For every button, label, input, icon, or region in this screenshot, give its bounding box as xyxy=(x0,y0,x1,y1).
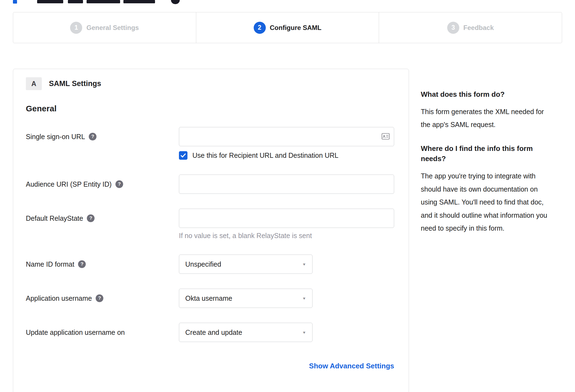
field-label-cell: Name ID format ? xyxy=(26,255,179,274)
group-title: General xyxy=(26,104,394,113)
field-label-cell: Update application username on xyxy=(26,323,179,342)
input-wrap xyxy=(179,127,394,146)
step-number-badge: 1 xyxy=(70,22,82,34)
caret-down-icon: ▼ xyxy=(302,296,306,300)
page: 1 General Settings 2 Configure SAML 3 Fe… xyxy=(0,0,575,392)
field-label: Single sign-on URL xyxy=(26,133,85,141)
step-number-badge: 3 xyxy=(447,22,459,34)
field-audience-uri: Audience URI (SP Entity ID) ? xyxy=(26,175,394,194)
check-icon xyxy=(181,153,186,158)
wizard-stepper: 1 General Settings 2 Configure SAML 3 Fe… xyxy=(13,12,562,43)
show-advanced-settings-link[interactable]: Show Advanced Settings xyxy=(309,362,394,370)
sidebar-heading: What does this form do? xyxy=(421,89,553,100)
single-sign-on-url-input[interactable] xyxy=(179,127,394,146)
contact-card-icon[interactable] xyxy=(382,133,390,140)
field-label-cell: Application username ? xyxy=(26,289,179,308)
content-area: A SAML Settings General Single sign-on U… xyxy=(13,69,562,392)
clipped-title-fragment xyxy=(68,0,83,3)
sidebar-paragraph: The app you're trying to integrate with … xyxy=(421,170,553,235)
name-id-format-select[interactable]: Unspecified ▼ xyxy=(179,255,313,274)
step-feedback[interactable]: 3 Feedback xyxy=(379,12,562,43)
audience-uri-input[interactable] xyxy=(179,175,394,194)
caret-down-icon: ▼ xyxy=(302,330,306,334)
clipped-title-fragment xyxy=(123,0,155,3)
caret-down-icon: ▼ xyxy=(302,262,306,266)
step-label: Feedback xyxy=(463,24,494,32)
clipped-title-fragment xyxy=(13,0,17,4)
field-label-cell: Single sign-on URL ? xyxy=(26,127,179,146)
field-label: Name ID format xyxy=(26,260,74,268)
clipped-help-icon xyxy=(171,0,180,4)
field-label: Update application username on xyxy=(26,328,125,336)
help-sidebar: What does this form do? This form genera… xyxy=(421,69,553,247)
select-value: Okta username xyxy=(185,294,232,302)
sidebar-paragraph: This form generates the XML needed for t… xyxy=(421,105,553,131)
step-label: Configure SAML xyxy=(270,24,322,32)
field-label: Audience URI (SP Entity ID) xyxy=(26,180,112,188)
field-input-cell: Use this for Recipient URL and Destinati… xyxy=(179,127,394,160)
saml-settings-panel: A SAML Settings General Single sign-on U… xyxy=(13,69,409,392)
application-username-select[interactable]: Okta username ▼ xyxy=(179,289,313,308)
help-icon[interactable]: ? xyxy=(115,180,123,188)
default-relaystate-input[interactable] xyxy=(179,209,394,228)
select-value: Unspecified xyxy=(185,260,221,268)
field-application-username: Application username ? Okta username ▼ xyxy=(26,289,394,308)
checkbox-label: Use this for Recipient URL and Destinati… xyxy=(192,151,338,159)
field-input-cell: If no value is set, a blank RelayState i… xyxy=(179,209,394,240)
recipient-url-checkbox[interactable] xyxy=(179,151,187,160)
help-icon[interactable]: ? xyxy=(96,294,103,302)
field-default-relaystate: Default RelayState ? If no value is set,… xyxy=(26,209,394,240)
step-configure-saml[interactable]: 2 Configure SAML xyxy=(196,12,379,43)
clipped-title-fragment xyxy=(37,0,63,3)
step-number-badge: 2 xyxy=(254,22,266,34)
sidebar-heading: Where do I find the info this form needs… xyxy=(421,143,553,164)
field-input-cell xyxy=(179,175,394,194)
relaystate-helper-text: If no value is set, a blank RelayState i… xyxy=(179,232,394,240)
help-icon[interactable]: ? xyxy=(87,214,95,222)
select-value: Create and update xyxy=(185,328,242,336)
field-label: Application username xyxy=(26,294,92,302)
clipped-page-title xyxy=(13,0,562,8)
advanced-settings-row: Show Advanced Settings xyxy=(26,362,394,370)
recipient-url-checkbox-row: Use this for Recipient URL and Destinati… xyxy=(179,151,394,160)
section-header: A SAML Settings xyxy=(26,77,394,90)
field-input-cell: Okta username ▼ xyxy=(179,289,394,308)
section-title: SAML Settings xyxy=(49,79,101,88)
field-label-cell: Audience URI (SP Entity ID) ? xyxy=(26,175,179,194)
field-single-sign-on-url: Single sign-on URL ? xyxy=(26,127,394,160)
help-icon[interactable]: ? xyxy=(89,133,96,140)
field-name-id-format: Name ID format ? Unspecified ▼ xyxy=(26,255,394,274)
field-input-cell: Create and update ▼ xyxy=(179,323,394,342)
step-label: General Settings xyxy=(86,24,139,32)
step-general-settings[interactable]: 1 General Settings xyxy=(13,12,196,43)
field-input-cell: Unspecified ▼ xyxy=(179,255,394,274)
help-icon[interactable]: ? xyxy=(78,260,86,268)
clipped-title-fragment xyxy=(87,0,120,3)
field-label-cell: Default RelayState ? xyxy=(26,209,179,228)
update-application-username-select[interactable]: Create and update ▼ xyxy=(179,323,313,342)
field-update-application-username: Update application username on Create an… xyxy=(26,323,394,342)
field-label: Default RelayState xyxy=(26,214,83,222)
section-badge: A xyxy=(26,77,42,90)
